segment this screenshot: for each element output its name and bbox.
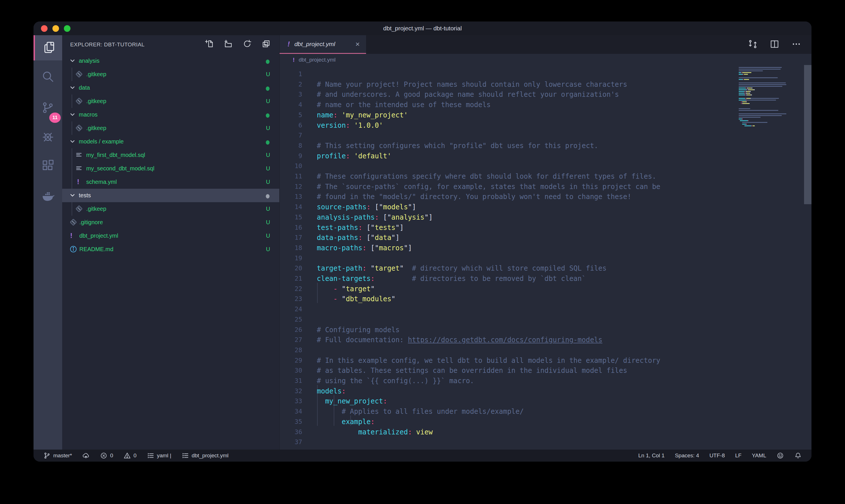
new-file-button[interactable]	[205, 39, 214, 50]
tree-folder-analysis[interactable]: analysis	[62, 54, 279, 68]
status-eol-label: LF	[735, 452, 741, 459]
tree-file--gitkeep[interactable]: .gitkeepU	[62, 68, 279, 81]
activity-item-search[interactable]	[34, 65, 62, 90]
status-git-branch-status[interactable]: master*	[43, 452, 72, 459]
line-number: 5	[280, 110, 302, 120]
line-number: 27	[280, 335, 302, 345]
minimap-line	[739, 65, 787, 66]
git-untracked-badge: U	[266, 68, 270, 81]
code-line-text: profile: 'default'	[317, 151, 391, 161]
debug-icon	[41, 130, 54, 144]
refresh-button[interactable]	[242, 39, 252, 50]
code-line-text: example:	[317, 417, 375, 427]
code-line: 36 materialized: view	[280, 427, 811, 437]
status-encoding[interactable]: UTF-8	[709, 452, 725, 459]
tree-file-my-first-dbt-model-sql[interactable]: my_first_dbt_model.sqlU	[62, 148, 279, 162]
line-number: 7	[280, 130, 302, 141]
status-notifications[interactable]	[794, 452, 802, 459]
line-number: 36	[280, 427, 302, 437]
activity-item-docker[interactable]	[34, 185, 62, 210]
tree-file--gitkeep[interactable]: .gitkeepU	[62, 202, 279, 216]
open-changes-button[interactable]	[748, 39, 758, 50]
activity-item-explorer[interactable]	[34, 35, 64, 60]
scm-changes-badge: 11	[49, 112, 61, 124]
line-number: 4	[280, 100, 302, 110]
line-number: 29	[280, 355, 302, 366]
code-line: 20target-path: "target" # directory whic…	[280, 263, 811, 273]
code-editor[interactable]: 12# Name your project! Project names sho…	[280, 68, 811, 450]
code-line: 6version: '1.0.0'	[280, 120, 811, 130]
status-eol[interactable]: LF	[735, 452, 741, 459]
code-line-text: # Applies to all files under models/exam…	[317, 406, 524, 417]
status-warnings-label: 0	[133, 452, 137, 459]
git-untracked-badge: U	[266, 94, 270, 108]
status-language-mode[interactable]: YAML	[752, 452, 766, 459]
tree-folder-macros[interactable]: macros	[62, 108, 279, 122]
tree-file-schema-yml[interactable]: !schema.ymlU	[62, 175, 279, 189]
tree-file-dbt-project-yml[interactable]: !dbt_project.ymlU	[62, 229, 279, 242]
title-bar[interactable]: dbt_project.yml — dbt-tutorial	[34, 21, 811, 35]
git-untracked-badge: U	[266, 122, 270, 135]
more-actions-button[interactable]	[791, 39, 801, 50]
new-folder-button[interactable]	[224, 39, 233, 50]
line-number: 30	[280, 365, 302, 376]
status-outline-file[interactable]: dbt_project.yml	[182, 452, 229, 459]
minimap-line	[739, 93, 787, 94]
status-feedback[interactable]	[776, 452, 784, 459]
line-number: 19	[280, 253, 302, 264]
minimap-line	[739, 119, 787, 120]
tree-file--gitkeep[interactable]: .gitkeepU	[62, 94, 279, 108]
tree-file--gitignore[interactable]: .gitignoreU	[62, 216, 279, 229]
code-line-text: # These configurations specify where dbt…	[317, 171, 656, 182]
line-number: 26	[280, 325, 302, 335]
status-warnings[interactable]: 0	[124, 452, 137, 459]
status-outline-file-label: dbt_project.yml	[192, 452, 229, 459]
tree-folder-data[interactable]: data	[62, 81, 279, 94]
minimap-line	[739, 79, 787, 80]
status-errors[interactable]: 0	[100, 452, 113, 459]
git-diamond-icon	[75, 204, 83, 215]
activity-item-debug[interactable]	[34, 125, 62, 150]
tree-file-readme-md[interactable]: README.mdU	[62, 242, 279, 256]
new-folder-icon	[224, 44, 233, 49]
activity-item-settings[interactable]	[34, 420, 62, 446]
line-number: 23	[280, 294, 302, 304]
collapse-all-button[interactable]	[262, 39, 271, 50]
minimap-line	[739, 88, 787, 89]
code-line-text: clean-targets: # directories to be remov…	[317, 273, 586, 284]
tree-file-my-second-dbt-model-sql[interactable]: my_second_dbt_model.sqlU	[62, 162, 279, 175]
status-publish-changes[interactable]	[82, 452, 90, 459]
tree-item-label: schema.yml	[86, 175, 117, 189]
editor-scrollbar[interactable]	[804, 65, 811, 204]
minimap-line	[739, 72, 787, 73]
git-untracked-badge: U	[266, 175, 270, 189]
folder-changes-dot-badge	[266, 59, 270, 64]
breadcrumb[interactable]: ! dbt_project.yml	[280, 54, 811, 66]
split-editor-button[interactable]	[770, 39, 779, 50]
tree-indent-guide	[72, 122, 72, 135]
tree-indent-guide	[72, 202, 72, 216]
tree-folder-tests[interactable]: tests	[62, 189, 279, 202]
tree-item-label: .gitkeep	[86, 68, 106, 81]
code-line-text: # Configuring models	[317, 325, 400, 335]
code-line: 17data-paths: ["data"]	[280, 233, 811, 243]
git-untracked-badge: U	[266, 216, 270, 229]
code-line: 34 # Applies to all files under models/e…	[280, 406, 811, 417]
minimap[interactable]	[739, 65, 787, 129]
line-number: 15	[280, 212, 302, 222]
tree-file--gitkeep[interactable]: .gitkeepU	[62, 122, 279, 135]
search-icon	[41, 70, 54, 84]
code-line-text: # Full documentation: https://docs.getdb…	[317, 335, 603, 345]
collapse-all-icon	[262, 44, 271, 49]
list-selection-icon	[147, 452, 155, 459]
status-cursor-position[interactable]: Ln 1, Col 1	[638, 452, 665, 459]
tree-folder-models-example[interactable]: models / example	[62, 135, 279, 148]
line-number: 8	[280, 141, 302, 151]
status-outline-yaml[interactable]: yaml |	[147, 452, 171, 459]
git-untracked-badge: U	[266, 242, 270, 256]
activity-item-extensions[interactable]	[34, 154, 62, 179]
close-tab-icon[interactable]: ×	[356, 40, 360, 48]
code-line: 35 example:	[280, 417, 811, 427]
status-indentation[interactable]: Spaces: 4	[675, 452, 699, 459]
tab-dbt-project-yml[interactable]: ! dbt_project.yml ×	[280, 35, 366, 54]
